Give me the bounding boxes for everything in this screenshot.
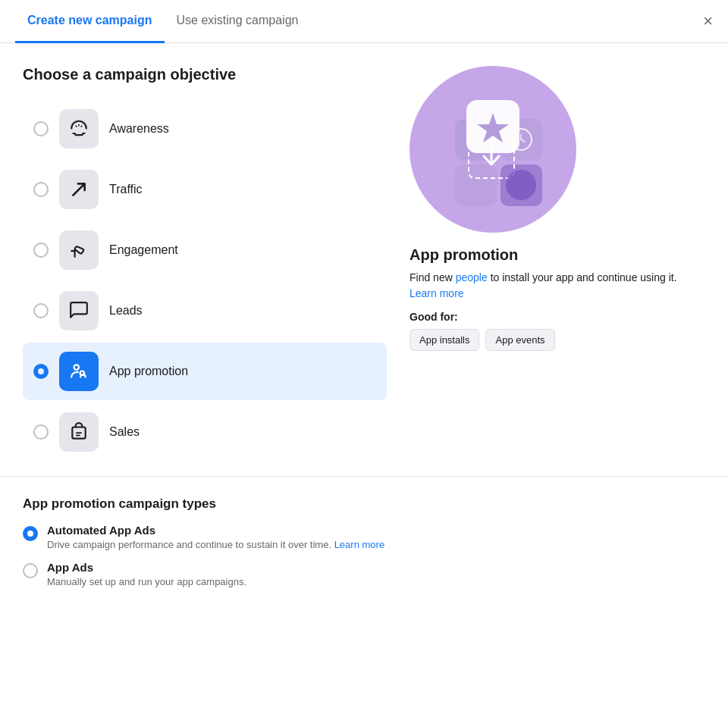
people-link[interactable]: people: [456, 271, 488, 283]
sales-label: Sales: [109, 425, 140, 439]
campaign-type-list: Automated App Ads Drive campaign perform…: [23, 524, 705, 587]
radio-app-promotion[interactable]: [33, 364, 49, 379]
bottom-section: App promotion campaign types Automated A…: [0, 476, 728, 610]
section-title: Choose a campaign objective: [23, 66, 387, 83]
close-button[interactable]: ×: [703, 13, 713, 30]
objective-awareness[interactable]: Awareness: [23, 100, 387, 158]
leads-label: Leads: [109, 304, 143, 318]
radio-sales[interactable]: [33, 424, 49, 440]
objective-list: Awareness Traffic: [23, 100, 387, 461]
radio-awareness[interactable]: [33, 121, 49, 136]
engagement-icon: [59, 230, 99, 270]
radio-traffic[interactable]: [33, 182, 49, 197]
campaign-type-app-ads[interactable]: App Ads Manually set up and run your app…: [23, 561, 705, 587]
objective-sales[interactable]: Sales: [23, 403, 387, 461]
traffic-label: Traffic: [109, 183, 143, 196]
promo-description: Find new people to install your app and …: [410, 270, 705, 302]
automated-label: Automated App Ads: [47, 524, 384, 537]
app-ads-label: App Ads: [47, 561, 246, 574]
radio-app-ads[interactable]: [23, 563, 38, 578]
promo-desc-part2: to install your app and continue using i…: [488, 271, 677, 283]
automated-text: Automated App Ads Drive campaign perform…: [47, 524, 384, 550]
svg-point-14: [506, 170, 536, 200]
main-content: Choose a campaign objective Awareness: [0, 43, 728, 476]
objective-traffic[interactable]: Traffic: [23, 161, 387, 218]
objectives-panel: Choose a campaign objective Awareness: [23, 66, 387, 461]
app-promotion-icon: [59, 352, 99, 391]
preview-panel: App promotion Find new people to install…: [402, 66, 705, 461]
svg-rect-5: [455, 164, 497, 206]
objective-engagement[interactable]: Engagement: [23, 221, 387, 279]
tag-app-installs: App installs: [410, 329, 479, 351]
campaign-type-automated[interactable]: Automated App Ads Drive campaign perform…: [23, 524, 705, 550]
awareness-label: Awareness: [109, 122, 169, 136]
svg-point-0: [74, 365, 80, 370]
app-ads-text: App Ads Manually set up and run your app…: [47, 561, 246, 587]
tab-create[interactable]: Create new campaign: [15, 0, 165, 43]
automated-learn-more[interactable]: Learn more: [334, 539, 384, 550]
leads-icon: [59, 291, 99, 330]
objective-app-promotion[interactable]: App promotion: [23, 343, 387, 400]
radio-automated[interactable]: [23, 526, 38, 541]
promo-desc-part1: Find new: [410, 271, 456, 283]
tabs-bar: Create new campaign Use existing campaig…: [0, 0, 728, 43]
tag-app-events: App events: [485, 329, 554, 351]
radio-leads[interactable]: [33, 303, 49, 318]
app-ads-desc: Manually set up and run your app campaig…: [47, 576, 246, 587]
traffic-icon: [59, 170, 99, 209]
tags-list: App installs App events: [410, 329, 705, 351]
automated-desc-text: Drive campaign performance and continue …: [47, 539, 334, 550]
good-for-label: Good for:: [410, 311, 705, 323]
bottom-title: App promotion campaign types: [23, 496, 705, 512]
engagement-label: Engagement: [109, 243, 178, 257]
radio-engagement[interactable]: [33, 243, 49, 258]
automated-desc: Drive campaign performance and continue …: [47, 539, 384, 550]
tab-existing[interactable]: Use existing campaign: [165, 0, 311, 43]
app-promotion-label: App promotion: [109, 365, 188, 378]
awareness-icon: [59, 109, 99, 149]
preview-illustration: [410, 66, 576, 233]
promo-title: App promotion: [410, 246, 705, 264]
sales-icon: [59, 412, 99, 452]
objective-leads[interactable]: Leads: [23, 282, 387, 340]
learn-more-link-desc[interactable]: Learn more: [410, 287, 464, 299]
